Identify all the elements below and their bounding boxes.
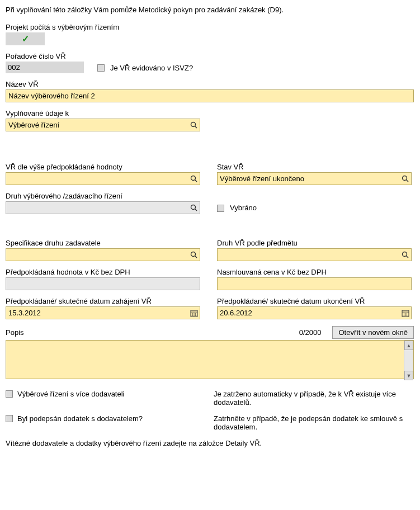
predpokl-hodnota-label: Předpokládaná hodnota v Kč bez DPH [6, 268, 200, 276]
svg-point-0 [191, 122, 196, 126]
datum-ukonceni-input[interactable] [217, 306, 412, 319]
vice-dodavatelu-label: Výběrové řízení s více dodavateli [17, 390, 125, 398]
predpokl-hodnota-input[interactable] [6, 277, 200, 290]
svg-point-4 [403, 176, 407, 180]
vr-vyse-label: VŘ dle výše předpokládané hodnoty [6, 163, 200, 171]
calendar-icon[interactable] [190, 309, 199, 318]
isvz-label: Je VŘ evidováno v ISVZ? [110, 64, 193, 72]
dodatek-label: Byl podepsán dodatek s dodavatelem? [17, 414, 143, 423]
svg-point-2 [191, 176, 196, 180]
spec-druhu-label: Specifikace druhu zadavatele [6, 239, 200, 247]
popis-label: Popis [6, 328, 299, 337]
magnify-icon[interactable] [190, 121, 199, 130]
druh-zadavaciho-label: Druh výběrového /zadávacího řízení [6, 192, 200, 200]
druh-zadavaciho-input[interactable] [6, 201, 200, 214]
magnify-icon[interactable] [190, 204, 199, 212]
dodatek-hint: Zatrhněte v případě, že je podepsán doda… [214, 414, 404, 431]
vyplnovane-input[interactable] [6, 119, 200, 131]
svg-line-7 [195, 209, 197, 211]
spec-druhu-input[interactable] [6, 248, 200, 261]
scroll-down-icon[interactable]: ▼ [404, 371, 413, 380]
vice-dodavatelu-checkbox[interactable] [6, 390, 13, 398]
magnify-icon[interactable] [190, 174, 199, 183]
projekt-pocita-label: Projekt počítá s výběrovým řízením [6, 23, 414, 31]
svg-line-1 [195, 126, 197, 128]
magnify-icon[interactable] [401, 174, 410, 183]
datum-zahajeni-input[interactable] [6, 306, 200, 319]
nasmlouvana-label: Nasmlouvaná cena v Kč bez DPH [217, 268, 412, 276]
svg-point-6 [191, 205, 196, 209]
svg-line-9 [195, 256, 197, 258]
vybrano-checkbox[interactable] [217, 205, 224, 212]
scroll-up-icon[interactable]: ▲ [404, 341, 413, 350]
calendar-icon[interactable] [401, 309, 410, 318]
vybrano-label: Vybráno [230, 204, 257, 212]
nazev-input[interactable] [6, 89, 414, 102]
poradove-label: Pořadové číslo VŘ [6, 52, 84, 60]
open-new-window-button[interactable]: Otevřít v novém okně [332, 326, 414, 339]
svg-line-11 [407, 256, 409, 258]
scrollbar[interactable]: ▲ ▼ [404, 341, 413, 380]
svg-line-3 [195, 180, 197, 182]
checkmark-icon: ✓ [22, 34, 29, 44]
svg-point-8 [191, 252, 196, 256]
stav-label: Stav VŘ [217, 163, 412, 171]
druh-predmet-input[interactable] [217, 248, 412, 261]
projekt-pocita-indicator: ✓ [6, 32, 45, 45]
popis-counter: 0/2000 [299, 328, 322, 337]
help-text: Při vyplňování této záložky Vám pomůže M… [6, 6, 414, 14]
stav-input[interactable] [217, 172, 412, 185]
svg-point-10 [403, 252, 407, 256]
magnify-icon[interactable] [190, 251, 199, 259]
popis-textarea[interactable] [6, 340, 414, 379]
vice-dodavatelu-hint: Je zatrženo automaticky v případě, že k … [214, 390, 404, 407]
isvz-checkbox[interactable] [97, 64, 105, 72]
nazev-label: Název VŘ [6, 80, 414, 88]
poradove-value: 002 [6, 62, 84, 73]
vyplnovane-label: Vyplňované údaje k [6, 109, 414, 117]
druh-predmet-label: Druh VŘ podle předmětu [217, 239, 412, 247]
datum-ukonceni-label: Předpokládané/ skutečné datum ukončení V… [217, 297, 412, 305]
svg-line-5 [407, 180, 409, 182]
magnify-icon[interactable] [401, 251, 410, 259]
nasmlouvana-input[interactable] [217, 277, 412, 290]
dodatek-checkbox[interactable] [6, 415, 13, 422]
vr-vyse-input[interactable] [6, 172, 200, 185]
footer-note: Vítězné dodavatele a dodatky výběrového … [6, 439, 414, 447]
datum-zahajeni-label: Předpokládané/ skutečné datum zahájení V… [6, 297, 200, 305]
